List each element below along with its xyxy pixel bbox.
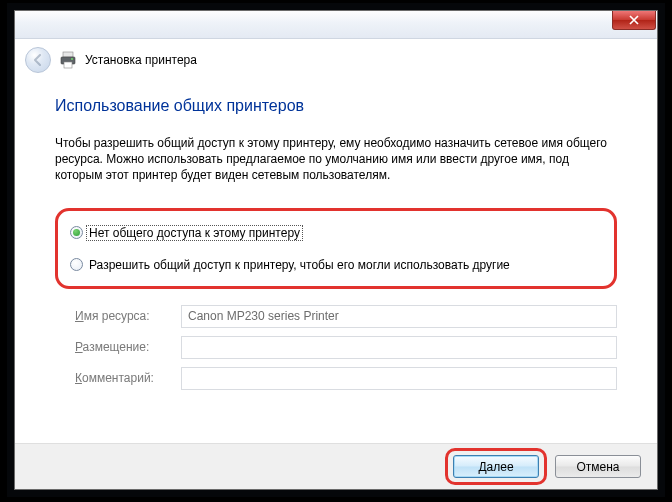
radio-no-share[interactable] <box>70 226 83 239</box>
comment-input <box>181 367 617 390</box>
share-name-input <box>181 305 617 328</box>
option-share[interactable]: Разрешить общий доступ к принтеру, чтобы… <box>70 258 598 272</box>
close-icon <box>628 15 640 25</box>
titlebar <box>15 11 657 39</box>
cancel-button[interactable]: Отмена <box>555 455 641 478</box>
content: Использование общих принтеров Чтобы разр… <box>15 83 657 390</box>
footer: Далее Отмена <box>15 443 657 489</box>
radio-no-share-label: Нет общего доступа к этому принтеру <box>87 226 302 240</box>
header-title: Установка принтера <box>85 53 197 67</box>
printer-icon <box>59 51 77 69</box>
close-button[interactable] <box>612 11 656 30</box>
share-name-row: Имя ресурса: <box>75 305 617 328</box>
location-label: Размещение: <box>75 340 177 354</box>
svg-point-3 <box>71 58 73 60</box>
header: Установка принтера <box>15 39 657 83</box>
wizard-window: Установка принтера Использование общих п… <box>14 10 658 490</box>
back-button[interactable] <box>25 47 51 73</box>
location-input <box>181 336 617 359</box>
sharing-options-group: Нет общего доступа к этому принтеру Разр… <box>55 208 617 289</box>
share-name-label: Имя ресурса: <box>75 309 177 323</box>
cancel-button-label: Отмена <box>576 460 619 474</box>
next-highlight: Далее <box>445 448 547 485</box>
comment-row: Комментарий: <box>75 367 617 390</box>
share-form: Имя ресурса: Размещение: Комментарий: <box>75 305 617 390</box>
page-description: Чтобы разрешить общий доступ к этому при… <box>55 135 617 184</box>
svg-rect-2 <box>64 62 72 68</box>
comment-label: Комментарий: <box>75 371 177 385</box>
arrow-left-icon <box>31 53 45 67</box>
next-button[interactable]: Далее <box>453 455 539 478</box>
page-title: Использование общих принтеров <box>55 97 617 115</box>
next-button-label: Далее <box>478 460 513 474</box>
radio-share[interactable] <box>70 258 83 271</box>
radio-share-label: Разрешить общий доступ к принтеру, чтобы… <box>89 258 510 272</box>
svg-rect-0 <box>63 52 73 57</box>
option-no-share[interactable]: Нет общего доступа к этому принтеру <box>70 226 598 240</box>
location-row: Размещение: <box>75 336 617 359</box>
